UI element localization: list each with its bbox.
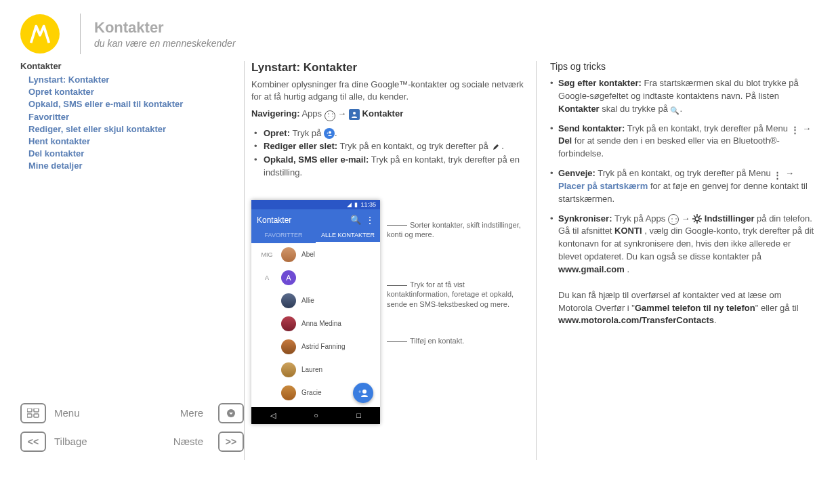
tip-bold: KONTI: [614, 226, 642, 236]
tip-extra-text: " eller gå til: [755, 303, 799, 313]
tip-extra-text: .: [714, 315, 717, 325]
svg-point-5: [353, 112, 356, 114]
home-nav-icon[interactable]: ○: [314, 411, 318, 420]
tip-text: .: [627, 264, 629, 274]
sidebar-item-my-details[interactable]: Mine detaljer: [28, 160, 244, 172]
callout-bottom-text: Tilføj en kontakt.: [410, 337, 464, 345]
bullet-create-label: Opret:: [264, 128, 290, 138]
list-row[interactable]: Allie: [251, 289, 380, 312]
list-row-me[interactable]: MIG Abel: [251, 243, 380, 266]
bullet-edit: Rediger eller slet: Tryk på en kontakt, …: [257, 140, 529, 153]
nav-apps-text: Apps: [301, 108, 322, 119]
phone-app-title: Kontakter: [257, 215, 346, 225]
page-title: Kontakter: [94, 19, 236, 37]
add-contact-icon: +: [324, 128, 335, 139]
sidebar-item-call-sms-email[interactable]: Opkald, SMS eller e-mail til kontakter: [28, 98, 244, 110]
battery-icon: ▮: [354, 201, 358, 208]
menu-label[interactable]: Menu: [54, 407, 115, 419]
svg-text:+: +: [358, 390, 361, 394]
svg-point-10: [695, 217, 699, 221]
bullet-call: Opkald, SMS eller e-mail: Tryk på en kon…: [257, 153, 529, 180]
recent-nav-icon[interactable]: □: [356, 411, 361, 420]
nav-arrow: →: [337, 108, 346, 119]
gear-icon: [692, 214, 702, 224]
back-icon[interactable]: <<: [20, 432, 46, 452]
bullet-edit-label: Rediger eller slet:: [264, 141, 337, 151]
svg-text:+: +: [327, 131, 329, 135]
magnifier-icon: [670, 104, 680, 114]
bullet-create: Opret: Tryk på + .: [257, 127, 529, 140]
nav-label: Navigering:: [251, 108, 300, 119]
phone-tabs: FAVORITTER ALLE KONTAKTER: [251, 228, 380, 243]
sidebar-item-edit-delete-hide[interactable]: Rediger, slet eller skjul kontakter: [28, 123, 244, 135]
contact-name: Anna Medina: [301, 320, 341, 327]
contacts-app-icon: [349, 109, 360, 120]
svg-rect-0: [27, 408, 32, 412]
navigation-line: Navigering: Apps → Kontakter: [251, 108, 529, 121]
more-icon[interactable]: [218, 403, 244, 423]
tip-link[interactable]: Placer på startskærm: [558, 181, 648, 191]
tab-all-contacts[interactable]: ALLE KONTAKTER: [316, 228, 380, 243]
phone-appbar: Kontakter 🔍 ⋮: [251, 209, 380, 228]
tip-url: www.gmail.com: [558, 264, 625, 274]
svg-rect-3: [34, 414, 39, 417]
back-nav-icon[interactable]: ◁: [270, 411, 276, 420]
sidebar-item-quickstart[interactable]: Lynstart: Kontakter: [28, 74, 244, 86]
phone-list: MIG Abel A A Allie: [251, 243, 380, 407]
sidebar-list: Lynstart: Kontakter Opret kontakter Opka…: [20, 74, 244, 173]
list-row[interactable]: Anna Medina: [251, 312, 380, 335]
tips-list: Søg efter kontakter: Fra startskærmen sk…: [550, 77, 816, 327]
tip-bold: Indstillinger: [705, 213, 755, 224]
tip-sync: Synkroniser: Tryk på Apps → Indstillinge…: [550, 213, 816, 328]
tip-text: skal du trykke på: [602, 104, 668, 114]
bullet-call-label: Opkald, SMS eller e-mail:: [264, 154, 369, 165]
sidebar-item-get[interactable]: Hent kontakter: [28, 135, 244, 148]
avatar: [281, 316, 296, 331]
bullet-edit-text: Tryk på en kontakt, og tryk derefter på: [340, 141, 488, 151]
overflow-menu-icon[interactable]: ⋮: [365, 215, 375, 226]
tip-lead: Søg efter kontakter:: [558, 78, 642, 88]
list-row[interactable]: Astrid Fanning: [251, 335, 380, 358]
page-header: Kontakter du kan være en menneskekender: [0, 0, 836, 61]
tip-extra-bold: Gammel telefon til ny telefon: [635, 303, 755, 313]
contact-name: Gracie: [301, 389, 321, 396]
search-icon[interactable]: 🔍: [350, 215, 361, 225]
list-row[interactable]: Lauren: [251, 358, 380, 381]
article-bullets: Opret: Tryk på + . Rediger eller slet: T…: [257, 127, 529, 180]
tip-text: Tryk på en kontakt, tryk derefter på Men…: [627, 123, 788, 133]
article-intro: Kombiner oplysninger fra dine Google™-ko…: [251, 79, 529, 102]
svg-line-18: [699, 215, 701, 217]
phone-statusbar: ◢ ▮ 11:35: [251, 200, 380, 209]
bullet-create-text: Tryk på: [292, 128, 321, 138]
menu-icon[interactable]: [20, 403, 46, 423]
back-label[interactable]: Tilbage: [54, 436, 115, 447]
callout-top: Sorter kontakter, skift indstillinger, k…: [387, 220, 529, 240]
next-icon[interactable]: >>: [218, 432, 244, 452]
svg-rect-2: [27, 414, 32, 417]
arrow: →: [785, 168, 794, 178]
list-row-a-header[interactable]: A A: [251, 266, 380, 289]
sidebar-item-create[interactable]: Opret kontakter: [28, 86, 244, 98]
phone-callouts: Sorter kontakter, skift indstillinger, k…: [387, 200, 529, 424]
contact-name: Allie: [301, 297, 314, 304]
tip-bold: Del: [558, 135, 572, 146]
more-label[interactable]: Mere: [156, 407, 203, 419]
contact-name: Abel: [301, 251, 315, 258]
svg-line-16: [699, 221, 701, 222]
next-label[interactable]: Næste: [156, 436, 203, 447]
callout-mid: Tryk for at få vist kontaktinformation, …: [387, 280, 529, 309]
header-divider: [80, 14, 81, 54]
tab-favorites[interactable]: FAVORITTER: [251, 228, 316, 243]
tip-lead: Send kontakter:: [558, 123, 625, 133]
tip-text: Tryk på en kontakt, og tryk derefter på …: [598, 168, 770, 178]
avatar: [281, 293, 296, 308]
tip-lead: Synkroniser:: [558, 213, 612, 224]
svg-line-15: [694, 215, 695, 217]
motorola-logo: [20, 14, 60, 54]
contact-name: Astrid Fanning: [301, 343, 345, 350]
tip-text: Tryk på Apps: [614, 213, 665, 224]
menu-dots-icon: [791, 124, 800, 133]
sidebar-item-share[interactable]: Del kontakter: [28, 148, 244, 160]
fab-add-contact[interactable]: +: [353, 383, 373, 403]
sidebar-item-favorites[interactable]: Favoritter: [28, 111, 244, 123]
